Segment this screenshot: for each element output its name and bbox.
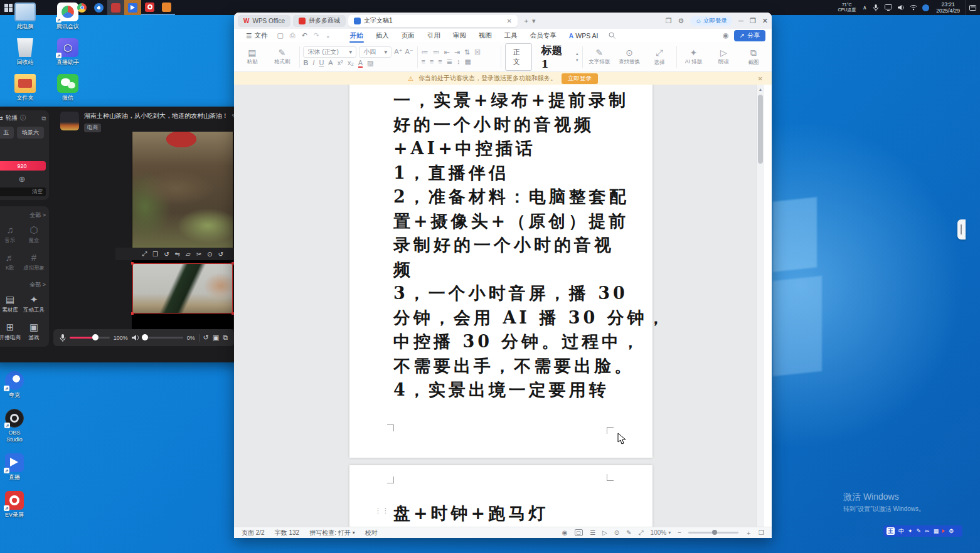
tool-virtual-avatar[interactable]: #虚拟形象: [22, 252, 46, 272]
tray-chevron-icon[interactable]: ∧: [860, 4, 870, 11]
tool-ksong[interactable]: ♬K歌: [0, 252, 22, 272]
menu-review[interactable]: 审阅: [447, 30, 472, 41]
numbered-list-button[interactable]: ≕: [432, 48, 439, 56]
style-heading1[interactable]: 标题 1: [536, 43, 572, 70]
align-center-button[interactable]: ≡: [430, 58, 434, 66]
read-aloud-button[interactable]: ▷朗读: [710, 48, 737, 66]
stream-video-2-selected[interactable]: [132, 263, 233, 313]
highlight-button[interactable]: ▨: [367, 59, 373, 68]
screen-share-icon[interactable]: ⧉: [223, 334, 228, 342]
mic-slider-knob[interactable]: [92, 334, 99, 340]
minimize-button[interactable]: ─: [738, 17, 743, 24]
target-icon[interactable]: ⊙: [207, 251, 212, 258]
camera-switch-icon[interactable]: ↺: [203, 334, 209, 342]
side-panel-handle[interactable]: [957, 219, 966, 240]
login-chip[interactable]: ☺ 立即登录: [690, 16, 732, 26]
tab-web-page[interactable]: 拼多多商城: [293, 15, 346, 27]
edit-mode-icon[interactable]: ✎: [626, 529, 631, 536]
desktop-icon-live-helper[interactable]: ⬡ ↗ 直播助手: [48, 38, 88, 66]
tool-interactive[interactable]: ✦互动工具: [22, 294, 46, 314]
zoom-out-icon[interactable]: −: [678, 529, 681, 536]
subscript-button[interactable]: x₂: [348, 59, 354, 68]
style-gallery-scroll[interactable]: ▴ ▾: [576, 51, 578, 63]
tool-game[interactable]: ▣游戏: [22, 322, 46, 342]
ime-clip-icon[interactable]: ✂: [925, 528, 930, 534]
document-page-1[interactable]: 一，实景+绿布+提前录制 好的一个小时的音视频 +AI+中控插话 1，直播伴侣 …: [349, 85, 652, 458]
ime-logo-icon[interactable]: 王: [887, 527, 895, 535]
flip-icon[interactable]: ⇋: [175, 251, 180, 258]
info-icon[interactable]: ⓘ: [20, 114, 26, 122]
redo-icon[interactable]: ↷: [311, 31, 322, 40]
tool-magicbox[interactable]: ⬡魔盒: [22, 224, 46, 245]
close-button[interactable]: ✕: [762, 17, 768, 25]
ime-symbol-icon[interactable]: ✦: [908, 528, 913, 534]
select-button[interactable]: ⤢选择: [646, 48, 673, 66]
taskbar-browser360[interactable]: [90, 0, 107, 15]
font-name-select[interactable]: 宋体 (正文)▾: [303, 46, 356, 58]
indent-button[interactable]: ⇥: [454, 48, 460, 56]
search-icon[interactable]: [609, 32, 615, 39]
vertical-scrollbar[interactable]: ▴: [756, 85, 764, 527]
tray-network[interactable]: [907, 0, 920, 15]
desktop-icon-this-pc[interactable]: 此电脑: [5, 3, 45, 30]
outline-view-icon[interactable]: ☰: [590, 529, 595, 536]
speaker-icon[interactable]: [132, 334, 139, 341]
paragraph-drag-handle[interactable]: ⋮⋮: [375, 507, 390, 515]
action-center-button[interactable]: [965, 0, 980, 15]
eye-protect-icon[interactable]: ◉: [723, 31, 729, 40]
sort-button[interactable]: ⇅: [464, 48, 470, 56]
tools-group2-header[interactable]: 全部 >: [0, 281, 46, 289]
scene-tab-prev[interactable]: 五: [0, 127, 14, 139]
expand-icon[interactable]: ⤢: [142, 250, 147, 258]
stream-thumbnail[interactable]: [60, 112, 79, 130]
status-spellcheck[interactable]: 拼写检查: 打开 ▾: [309, 529, 355, 537]
superscript-button[interactable]: x²: [338, 59, 343, 68]
cpu-temp-widget[interactable]: 71°C CPU温度: [834, 3, 860, 13]
outdent-button[interactable]: ⇤: [444, 48, 449, 56]
stream-video-1[interactable]: [132, 132, 233, 248]
zoom-select[interactable]: 100% ▾: [651, 529, 671, 536]
add-scene-button[interactable]: ⊕: [0, 174, 46, 184]
desktop-icon-recycle-bin[interactable]: 回收站: [5, 38, 45, 66]
ai-layout-button[interactable]: ✦AI 排版: [681, 48, 707, 66]
menu-page[interactable]: 页面: [396, 30, 420, 41]
italic-button[interactable]: I: [312, 59, 314, 68]
tool-material-library[interactable]: ▤素材库: [0, 294, 22, 314]
clear-row[interactable]: 清空: [0, 187, 46, 196]
desktop-icon-folder[interactable]: 文件夹: [5, 74, 45, 102]
zoom-slider-knob[interactable]: [712, 530, 717, 535]
tool-music[interactable]: ♫音乐: [0, 224, 22, 245]
tray-display[interactable]: [882, 0, 895, 15]
font-size-select[interactable]: 小四▾: [359, 46, 391, 58]
web-view-icon[interactable]: ⊙: [614, 529, 619, 536]
tray-volume[interactable]: [895, 0, 907, 15]
menu-home[interactable]: 开始: [344, 30, 369, 41]
menu-view[interactable]: 视图: [473, 30, 498, 41]
taskbar-live-companion-active[interactable]: [124, 0, 141, 15]
speaker-slider-knob[interactable]: [142, 334, 148, 340]
align-right-button[interactable]: ≡: [438, 58, 442, 66]
scroll-up-icon[interactable]: ▴: [757, 87, 764, 92]
video-toggle-icon[interactable]: ▣: [213, 334, 219, 342]
ime-lang-icon[interactable]: 中: [898, 527, 904, 535]
text-tool-button[interactable]: ✎文字排版: [586, 48, 612, 66]
reset-icon[interactable]: ↺: [218, 251, 223, 258]
undo-icon[interactable]: ↶: [299, 31, 310, 40]
banner-close-icon[interactable]: ✕: [758, 75, 763, 82]
ime-gear-icon[interactable]: ⚙: [949, 528, 954, 534]
tab-list-icon[interactable]: ▾: [532, 17, 536, 25]
ime-pointer-icon[interactable]: [942, 529, 945, 533]
format-brush-button[interactable]: ✎ 格式刷: [269, 48, 296, 66]
banner-login-button[interactable]: 立即登录: [562, 73, 598, 84]
scissors-icon[interactable]: ✂: [196, 251, 201, 258]
find-replace-button[interactable]: ⊙查找替换: [616, 48, 642, 66]
style-normal[interactable]: 正文: [505, 43, 533, 71]
menu-file[interactable]: ☰ 文件: [240, 30, 273, 41]
tray-mic[interactable]: [870, 0, 882, 15]
crop-icon[interactable]: ▱: [186, 251, 191, 258]
document-page-2[interactable]: ⋮⋮ 盘+时钟+跑马灯: [349, 465, 652, 527]
ime-pen-icon[interactable]: ✎: [917, 528, 922, 534]
paste-button[interactable]: ▤ 粘贴: [239, 48, 265, 66]
scene-tab-current[interactable]: 场景六: [17, 127, 44, 139]
line-spacing-button[interactable]: ↕: [457, 58, 461, 66]
